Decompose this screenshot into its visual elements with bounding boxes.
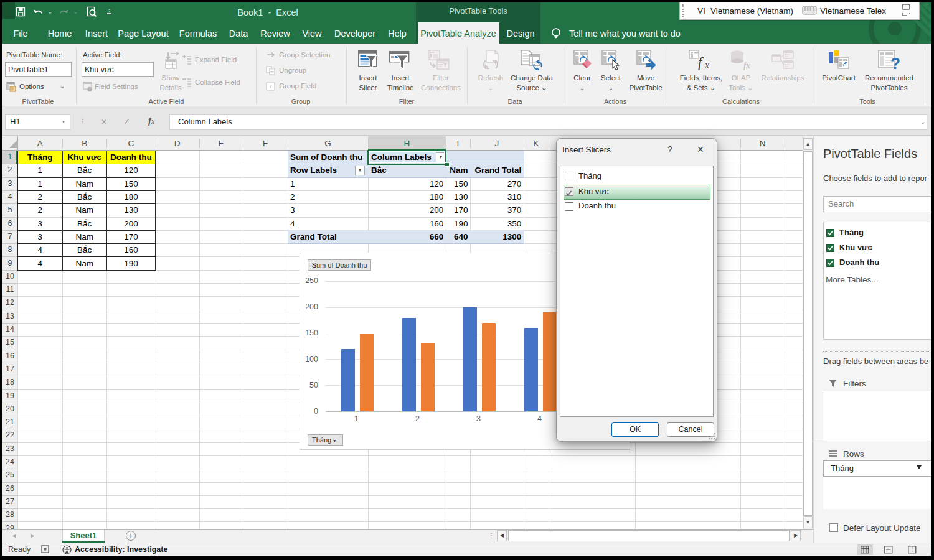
svg-text:?: ? — [890, 54, 900, 70]
svg-text:7: 7 — [269, 83, 272, 90]
svg-text:fx: fx — [743, 60, 750, 70]
svg-text:x: x — [704, 60, 709, 70]
svg-text:f: f — [698, 55, 704, 70]
